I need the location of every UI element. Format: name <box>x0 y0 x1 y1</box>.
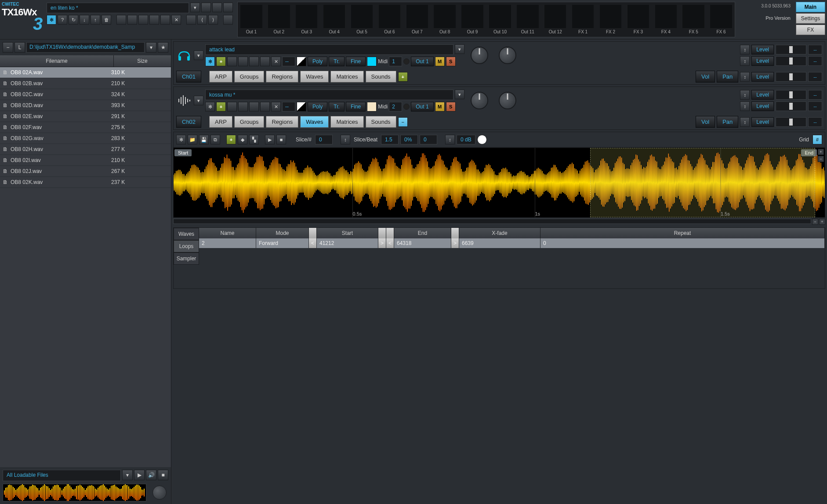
mute-button[interactable]: M <box>435 57 445 66</box>
channel-dropdown[interactable]: ▾ <box>194 96 203 105</box>
channel-btn-4[interactable] <box>260 102 270 112</box>
output-select[interactable]: Out 1 <box>411 102 433 112</box>
side-tab-waves[interactable]: Waves <box>174 228 199 240</box>
start-next-button[interactable]: > <box>378 238 386 248</box>
wave-save-icon[interactable]: 💾 <box>199 135 209 144</box>
channel-gear-icon[interactable]: ✻ <box>205 102 215 112</box>
add-tab-button[interactable]: + <box>398 72 408 82</box>
patch-name-field[interactable]: en liten ko * <box>47 3 189 13</box>
loop-icon[interactable]: ↻ <box>69 15 78 25</box>
toolbar-btn-6[interactable] <box>186 15 196 25</box>
trash-icon[interactable]: 🗑 <box>102 15 111 25</box>
tab-sounds[interactable]: Sounds <box>366 71 396 83</box>
level-value-1[interactable]: -- <box>808 45 822 54</box>
channel-knob-1[interactable] <box>471 47 488 64</box>
pan-button[interactable]: Pan <box>717 116 738 128</box>
waveform-scrollbar[interactable] <box>173 219 811 224</box>
level-button-3[interactable]: Level <box>751 117 774 127</box>
tab-sounds[interactable]: Sounds <box>366 116 396 128</box>
channel-x-button[interactable]: ✕ <box>271 57 281 66</box>
tab-matrices[interactable]: Matrices <box>330 71 363 83</box>
fine-button[interactable]: Fine <box>346 57 366 66</box>
tab-groups[interactable]: Groups <box>234 116 265 128</box>
grid-icon[interactable]: # <box>812 135 822 144</box>
toolbar-btn-a[interactable] <box>201 3 211 12</box>
channel-knob-2[interactable] <box>499 47 516 64</box>
end-next-button[interactable]: > <box>451 238 459 248</box>
filter-dropdown[interactable]: ▾ <box>122 470 133 480</box>
midi-learn-button[interactable] <box>403 58 410 65</box>
level-value-2[interactable]: -- <box>808 101 822 111</box>
channel-color-swatch[interactable] <box>367 102 377 112</box>
vol-button[interactable]: Vol <box>696 116 715 128</box>
level-slider-2[interactable] <box>776 101 806 111</box>
gear-icon[interactable]: ✻ <box>47 15 56 25</box>
channel-add-button[interactable]: + <box>216 57 226 66</box>
tab-matrices[interactable]: Matrices <box>330 116 363 128</box>
channel-name-dropdown[interactable]: ▾ <box>455 90 464 99</box>
level-button-1[interactable]: Level <box>751 45 774 54</box>
channel-add-button[interactable]: + <box>216 102 226 112</box>
path-L-button[interactable]: L <box>15 42 25 53</box>
path-minus-button[interactable]: − <box>3 42 13 53</box>
channel-btn-1[interactable] <box>227 57 237 66</box>
channel-name-field[interactable]: kossa mu * <box>205 90 453 100</box>
start-prev-button[interactable]: < <box>309 238 317 248</box>
side-tab-loops[interactable]: Loops <box>174 240 199 252</box>
preview-knob[interactable] <box>152 486 167 500</box>
level-slider-2[interactable] <box>776 56 806 66</box>
solo-button[interactable]: S <box>446 57 456 66</box>
nav-back-icon[interactable]: ⟨ <box>197 15 207 25</box>
channel-icon-a[interactable] <box>297 102 306 112</box>
file-row[interactable]: 🗎OB8 02B.wav210 K <box>0 78 171 89</box>
start-marker[interactable]: Start <box>174 149 192 156</box>
solo-button[interactable]: S <box>446 102 456 112</box>
channel-btn-4[interactable] <box>260 57 270 66</box>
slice-num-field[interactable]: 0 <box>315 135 333 144</box>
col-repeat[interactable]: Repeat <box>540 228 825 238</box>
file-row[interactable]: 🗎OB8 02K.wav237 K <box>0 177 171 188</box>
path-star-icon[interactable]: ★ <box>158 42 168 53</box>
wave-add-button[interactable]: + <box>226 135 236 144</box>
slice-icon[interactable]: ↕ <box>341 135 350 144</box>
link-icon[interactable]: ↕ <box>740 90 750 100</box>
pan-button[interactable]: Pan <box>717 71 738 83</box>
slice-beat-field[interactable]: 1.5 <box>381 135 399 144</box>
transpose-button[interactable]: Tr. <box>329 57 345 66</box>
column-size[interactable]: Size <box>114 55 171 67</box>
loop-selection[interactable] <box>590 148 815 217</box>
mute-button[interactable]: M <box>435 102 445 112</box>
tab-groups[interactable]: Groups <box>234 71 265 83</box>
level-slider-1[interactable] <box>776 90 806 100</box>
file-row[interactable]: 🗎OB8 02D.wav393 K <box>0 100 171 111</box>
toolbar-btn-5[interactable] <box>160 15 170 25</box>
file-filter-field[interactable]: All Loadable Files <box>3 470 121 481</box>
db-icon[interactable]: ↕ <box>445 135 455 144</box>
channel-color-swatch[interactable] <box>367 57 377 66</box>
toolbar-btn-7[interactable] <box>223 15 233 25</box>
main-button[interactable]: Main <box>796 2 825 12</box>
db-toggle[interactable] <box>477 135 487 144</box>
toolbar-btn-1[interactable] <box>116 15 126 25</box>
side-tab-sampler[interactable]: Sampler <box>174 252 199 265</box>
channel-id-button[interactable]: Ch01 <box>176 71 201 83</box>
level-button-2[interactable]: Level <box>751 56 774 66</box>
channel-btn-3[interactable] <box>249 57 259 66</box>
column-filename[interactable]: Filename <box>0 55 114 67</box>
link-icon[interactable]: ↕ <box>740 45 750 54</box>
level-value-1[interactable]: -- <box>808 90 822 100</box>
tab-regions[interactable]: Regions <box>266 71 298 83</box>
wave-stop-icon[interactable]: ■ <box>276 135 286 144</box>
file-row[interactable]: 🗎OB8 02E.wav291 K <box>0 111 171 122</box>
link-icon[interactable]: ↕ <box>740 72 750 82</box>
toolbar-btn-b[interactable] <box>212 3 222 12</box>
level-button-2[interactable]: Level <box>751 101 774 111</box>
tab-waves[interactable]: Waves <box>300 71 329 83</box>
wave-btn-a[interactable]: ◆ <box>238 135 247 144</box>
file-row[interactable]: 🗎OB8 02C.wav324 K <box>0 89 171 100</box>
preview-volume-icon[interactable]: 🔊 <box>146 470 156 480</box>
link-icon[interactable]: ↕ <box>740 56 750 66</box>
transpose-button[interactable]: Tr. <box>329 102 345 112</box>
tab-waves[interactable]: Waves <box>300 116 329 128</box>
toolbar-btn-c[interactable] <box>223 3 233 12</box>
